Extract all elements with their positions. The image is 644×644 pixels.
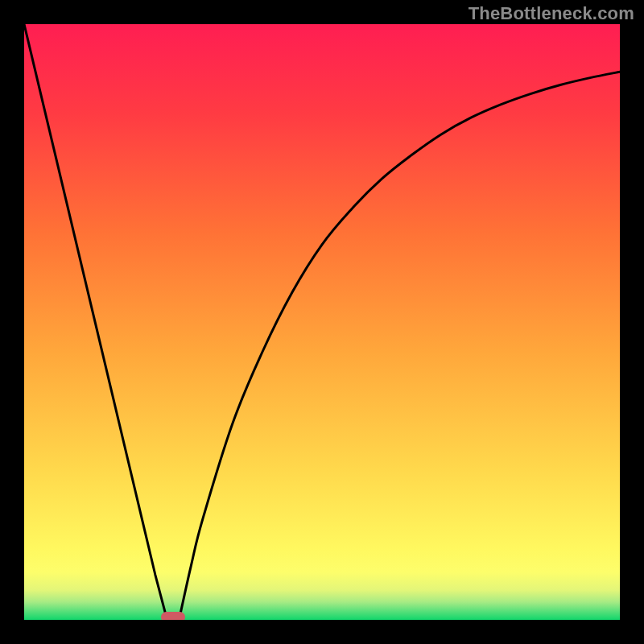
watermark-text: TheBottleneck.com xyxy=(469,3,634,24)
min-marker xyxy=(161,612,185,620)
curve-right-branch xyxy=(179,72,620,620)
curve-left-branch xyxy=(24,24,167,620)
plot-area xyxy=(24,24,620,620)
chart-container: TheBottleneck.com xyxy=(0,0,644,644)
curve-layer xyxy=(24,24,620,620)
